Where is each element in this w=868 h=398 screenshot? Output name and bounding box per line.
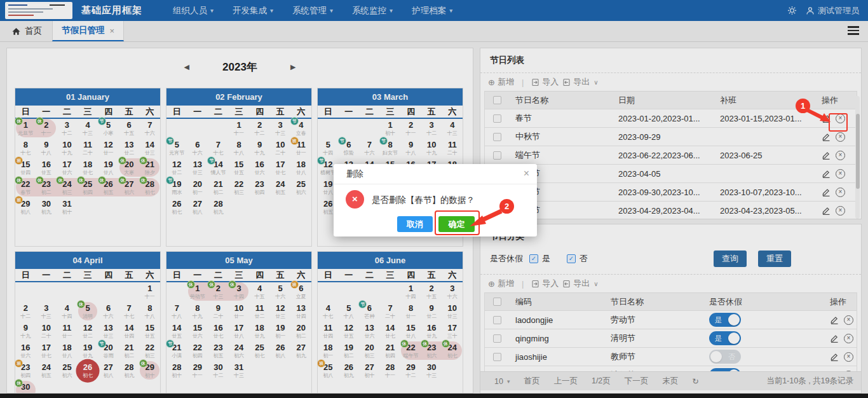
dialog-message: 是否删除【春节】的数据？: [372, 195, 475, 206]
window-bottom-edge: [0, 394, 868, 398]
annotation-step-1: 1: [796, 99, 810, 113]
dialog-close-icon[interactable]: ×: [524, 168, 529, 179]
error-icon: ×: [346, 190, 364, 209]
annotation-arrow-2: [466, 207, 505, 231]
dialog-title: 删除: [334, 164, 537, 184]
cancel-button[interactable]: 取消: [397, 216, 433, 232]
annotation-step-2: 2: [499, 199, 514, 214]
